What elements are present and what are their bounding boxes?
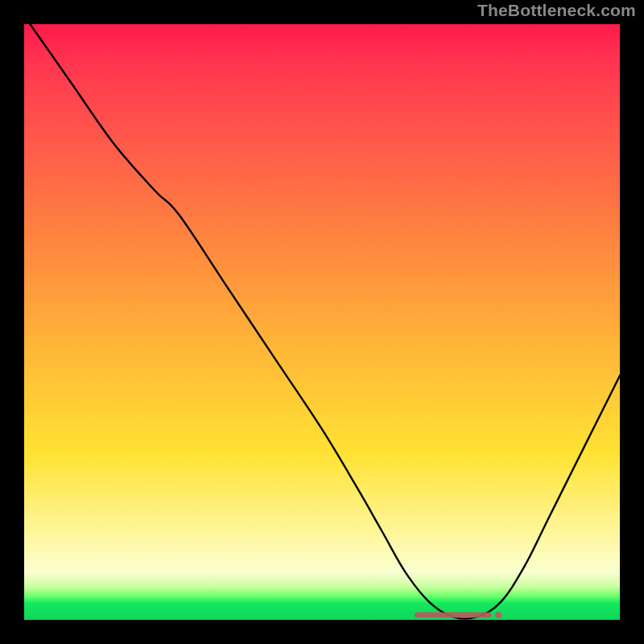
stage: TheBottleneck.com [0,0,644,644]
optimal-range-marker-dot [495,612,502,618]
chart-area [24,24,620,620]
watermark-text: TheBottleneck.com [477,1,636,20]
chart-overlay [24,24,620,620]
bottleneck-curve [30,24,620,619]
